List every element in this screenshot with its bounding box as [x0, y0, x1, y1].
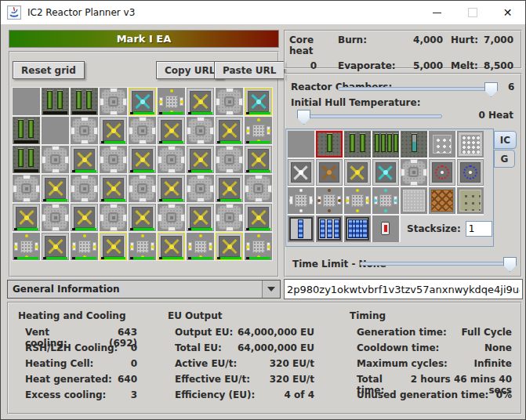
heat-exchanger[interactable]	[129, 146, 156, 173]
heat-exchanger[interactable]	[245, 204, 272, 231]
time-limit-slider[interactable]	[360, 262, 513, 266]
palette-reactor-heat-vent[interactable]	[457, 159, 484, 186]
empty-cell[interactable]	[13, 88, 40, 115]
heat-exchanger[interactable]	[187, 88, 214, 115]
dual-uranium-cell[interactable]	[71, 88, 98, 115]
minimize-button[interactable]	[419, 1, 455, 24]
stat-value: 640	[118, 374, 137, 385]
palette-coolant-cell-10k[interactable]	[288, 215, 314, 242]
dual-uranium-cell[interactable]	[13, 117, 40, 144]
stat-label: RSH/LZH Cooling:	[25, 342, 118, 353]
heat-exchanger[interactable]	[216, 233, 243, 260]
component-heat-vent[interactable]	[216, 204, 243, 231]
maximize-button[interactable]	[455, 1, 490, 24]
palette-rsh-condensator[interactable]	[372, 215, 399, 242]
heat-exchanger[interactable]	[129, 204, 156, 231]
tab-ic[interactable]: IC	[494, 131, 517, 149]
palette-heat-exchanger-silver[interactable]	[288, 159, 314, 186]
component-heat-vent[interactable]	[100, 88, 127, 115]
overclocked-heat-vent[interactable]	[71, 233, 98, 260]
heat-exchanger[interactable]	[42, 175, 69, 202]
palette-advanced-heat-exchanger[interactable]	[372, 159, 399, 186]
palette-heat-vent[interactable]	[429, 131, 455, 158]
component-heat-vent[interactable]	[71, 175, 98, 202]
heat-exchanger[interactable]	[245, 146, 272, 173]
hull-temperature-slider[interactable]	[301, 114, 442, 118]
component-heat-vent[interactable]	[13, 175, 40, 202]
component-heat-vent[interactable]	[100, 204, 127, 231]
component-heat-vent[interactable]	[129, 175, 156, 202]
component-heat-vent[interactable]	[245, 175, 272, 202]
palette-component-vent-cyan[interactable]	[372, 187, 399, 214]
component-heat-vent[interactable]	[216, 146, 243, 173]
palette-component-exchanger-white[interactable]	[288, 187, 314, 214]
component-heat-vent[interactable]	[187, 117, 214, 144]
advanced-heat-exchanger[interactable]	[129, 88, 156, 115]
palette-heat-exchanger[interactable]	[344, 159, 371, 186]
heat-exchanger[interactable]	[100, 117, 127, 144]
heat-exchanger[interactable]	[100, 233, 127, 260]
component-heat-vent[interactable]	[187, 175, 214, 202]
component-heat-vent[interactable]	[100, 146, 127, 173]
palette-quad-uranium-cell[interactable]	[372, 131, 399, 158]
overclocked-heat-vent[interactable]	[158, 88, 185, 115]
melt-label: Melt:	[443, 60, 476, 71]
advanced-heat-exchanger[interactable]	[245, 88, 272, 115]
component-heat-vent[interactable]	[216, 88, 243, 115]
tab-g[interactable]: G	[494, 150, 515, 168]
palette-heat-capacity-plating[interactable]	[457, 187, 484, 214]
palette-eraser[interactable]	[288, 131, 314, 158]
component-heat-vent[interactable]	[71, 117, 98, 144]
palette-coolant-cell-60k[interactable]	[344, 215, 371, 242]
heat-exchanger[interactable]	[100, 175, 127, 202]
palette-dual-uranium-cell[interactable]	[344, 131, 371, 158]
overclocked-heat-vent[interactable]	[245, 117, 272, 144]
palette-advanced-heat-vent[interactable]	[457, 131, 484, 158]
component-heat-vent[interactable]	[42, 146, 69, 173]
overclocked-heat-vent[interactable]	[129, 233, 156, 260]
palette-core-heat-exchanger[interactable]	[316, 159, 343, 186]
overclocked-heat-vent-icon	[429, 159, 455, 186]
heat-exchanger[interactable]	[187, 204, 214, 231]
heat-exchanger[interactable]	[42, 233, 69, 260]
heat-exchanger-icon	[71, 204, 98, 231]
palette-depleted-isotope-cell[interactable]	[401, 131, 427, 158]
palette-component-exchanger-brown[interactable]	[316, 187, 343, 214]
palette-uranium-cell[interactable]	[316, 131, 343, 158]
component-heat-vent[interactable]	[158, 146, 185, 173]
heat-exchanger[interactable]	[187, 146, 214, 173]
heat-exchanger[interactable]	[13, 204, 40, 231]
stat-value: 0	[131, 358, 137, 369]
palette-reactor-plating[interactable]	[401, 187, 427, 214]
component-heat-vent[interactable]	[42, 204, 69, 231]
palette-component-heat-vent[interactable]	[401, 159, 427, 186]
heat-exchanger[interactable]	[158, 233, 185, 260]
component-heat-vent[interactable]	[158, 204, 185, 231]
heat-exchanger[interactable]	[71, 204, 98, 231]
java-icon[interactable]	[6, 5, 22, 20]
palette-containment-plating[interactable]	[429, 187, 455, 214]
stacksize-input[interactable]	[466, 221, 492, 237]
overclocked-heat-vent[interactable]	[13, 233, 40, 260]
reactor-chambers-slider[interactable]	[338, 87, 498, 91]
empty-cell[interactable]	[42, 117, 69, 144]
dual-uranium-cell[interactable]	[42, 88, 69, 115]
component-heat-vent[interactable]	[129, 117, 156, 144]
paste-url-button[interactable]: Paste URL	[214, 61, 285, 79]
palette-overclocked-heat-vent[interactable]	[429, 159, 455, 186]
heat-exchanger[interactable]	[216, 175, 243, 202]
dual-uranium-cell[interactable]	[13, 146, 40, 173]
containment-plating-icon	[429, 187, 455, 214]
overclocked-heat-vent[interactable]	[245, 233, 272, 260]
reset-grid-button[interactable]: Reset grid	[13, 61, 85, 79]
heat-exchanger[interactable]	[71, 146, 98, 173]
palette-component-vent-yellow[interactable]	[344, 187, 371, 214]
close-button[interactable]: ✕	[490, 1, 525, 24]
info-dropdown[interactable]: General Information	[7, 280, 281, 299]
reactor-code-field[interactable]	[284, 279, 523, 299]
palette-coolant-cell-30k[interactable]	[316, 215, 343, 242]
heat-exchanger[interactable]	[158, 117, 185, 144]
heat-exchanger[interactable]	[158, 175, 185, 202]
heat-exchanger[interactable]	[216, 117, 243, 144]
overclocked-heat-vent[interactable]	[187, 233, 214, 260]
